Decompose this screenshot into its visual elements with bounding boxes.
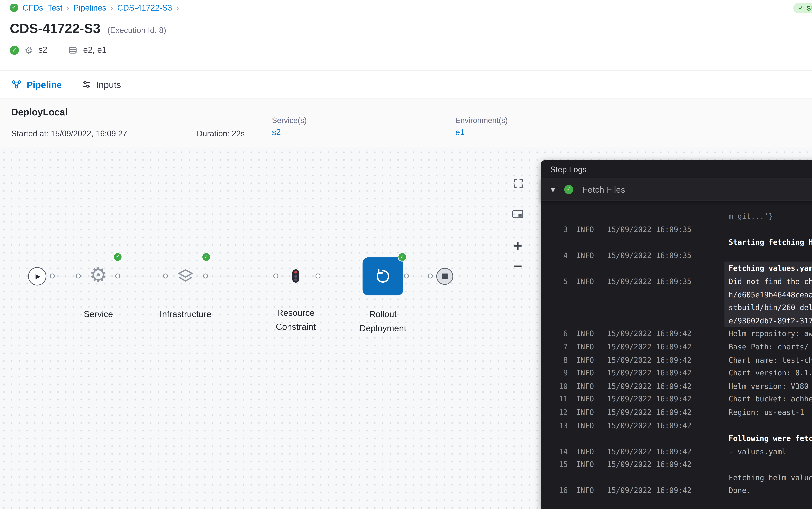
canvas-zoom-in-button[interactable]: + [511,238,525,252]
log-line[interactable]: 9 INFO 15/09/2022 16:09:42 Chart version… [551,367,812,379]
graph-edge [301,276,363,277]
tab-bar: Pipeline Inputs Console View [0,70,812,99]
service-names: s2 [38,45,47,55]
graph-port [203,273,208,278]
breadcrumb-separator: › [110,4,113,12]
breadcrumb-bar: ✓ CFDs_Test › Pipelines › CDS-41722-S3 ›… [0,0,812,15]
tab-inputs[interactable]: Inputs [81,79,121,90]
log-line[interactable]: 16 INFO 15/09/2022 16:09:42 Done. [551,484,812,497]
log-level: INFO [576,367,600,379]
log-line[interactable]: 4 INFO 15/09/2022 16:09:35 [551,249,812,262]
graph-port [163,273,168,278]
log-line-number: 6 [551,327,568,340]
log-timestamp: 15/09/2022 16:09:42 [607,393,693,406]
log-message: Fetching helm values completed successfu… [725,471,812,484]
log-level: INFO [576,249,600,262]
log-line-number: 16 [551,484,568,497]
rollout-deployment-step-node[interactable] [363,258,403,296]
title-bar: CDS-41722-S3 (Execution Id: 8) ✓ ⚙ s2 e2… [0,15,812,70]
log-line[interactable]: 13 INFO 15/09/2022 16:09:42 [551,419,812,432]
log-line[interactable]: Starting fetching Helm values [551,236,812,249]
log-line[interactable]: 14 INFO 15/09/2022 16:09:42 - values.yam… [551,445,812,458]
step-logs-header: Step Logs Console View [541,160,812,178]
log-timestamp: 15/09/2022 16:09:42 [607,419,693,432]
log-line[interactable]: 6 INFO 15/09/2022 16:09:42 Helm reposito… [551,327,812,340]
log-message: Helm repository: aws-qa-setup-modified [725,327,812,340]
log-line-number: 9 [551,367,568,379]
chevron-down-icon[interactable]: ▾ [551,184,555,195]
log-timestamp: 15/09/2022 16:09:42 [607,379,693,393]
service-icon: ⚙ [25,45,33,55]
log-message: Region: us-east-1 [725,406,812,419]
log-line[interactable]: Fetching helm values completed successfu… [551,471,812,484]
canvas-minimap-button[interactable] [511,207,525,221]
log-line[interactable]: 15 INFO 15/09/2022 16:09:42 [551,458,812,471]
infrastructure-success-badge: ✓ [202,252,211,262]
stage-summary-bar: DeployLocal Started at: 15/09/2022, 16:0… [0,99,812,148]
log-line[interactable]: 11 INFO 15/09/2022 16:09:42 Chart bucket… [551,393,812,406]
service-step-node[interactable]: ⚙ [88,264,109,285]
log-timestamp: 15/09/2022 16:09:42 [607,458,693,471]
step-row-fetch-files[interactable]: ▾ ✓ Fetch Files ↑ ↓ 9s [541,179,812,201]
node-label-infrastructure: Infrastructure [150,307,221,321]
resource-constraint-step-node[interactable] [292,269,299,283]
environments-icon [68,45,77,55]
log-line[interactable]: 10 INFO 15/09/2022 16:09:42 Helm version… [551,379,812,393]
log-line[interactable]: Fetching values.yaml from helm chart rep… [551,262,812,275]
log-line[interactable]: m git...'} [551,209,812,223]
rollout-icon [374,268,392,285]
log-line-number: 4 [551,249,568,262]
log-line[interactable]: 3 INFO 15/09/2022 16:09:35 [551,223,812,236]
pipeline-end-node[interactable] [436,268,453,285]
environments-link[interactable]: e1 [455,127,639,137]
node-label-rollout-deployment: Rollout Deployment [354,307,412,335]
log-line[interactable]: 5 INFO 15/09/2022 16:09:35 Did not find … [551,275,812,327]
log-line-number: 7 [551,340,568,353]
log-timestamp: 15/09/2022 16:09:42 [607,484,693,497]
log-line[interactable]: 8 INFO 15/09/2022 16:09:42 Chart name: t… [551,353,812,366]
graph-port [316,273,321,278]
log-line-number: 13 [551,419,568,432]
log-message: m git...'} [725,209,812,223]
log-level: INFO [576,419,600,432]
breadcrumb-project[interactable]: CFDs_Test [23,4,62,12]
node-label-resource-constraint: Resource Constraint [269,306,323,334]
log-message: Helm version: V380 [725,379,812,393]
node-label-service: Service [70,307,126,321]
graph-port [50,273,55,278]
success-icon: ✓ [10,4,19,12]
app: ✓ CFDs_Test › Pipelines › CDS-41722-S3 ›… [0,0,812,509]
log-timestamp: 15/09/2022 16:09:35 [607,249,693,262]
log-line-number: 11 [551,393,568,406]
infrastructure-step-node[interactable] [176,267,194,285]
log-message: Did not find the chart and version in lo… [725,275,812,327]
log-level: INFO [576,275,600,288]
log-message: Chart bucket: achhelmbucket [725,393,812,406]
tab-pipeline[interactable]: Pipeline [11,79,62,90]
step-name: Fetch Files [583,184,625,195]
log-line-number: 14 [551,445,568,458]
log-level: INFO [576,406,600,419]
log-line-number: 10 [551,379,568,393]
log-level: INFO [576,223,600,236]
log-level: INFO [576,393,600,406]
canvas-fullscreen-button[interactable] [511,176,525,190]
log-message: Base Path: charts/ [725,340,812,353]
log-line-number: 3 [551,223,568,236]
log-line[interactable]: 12 INFO 15/09/2022 16:09:42 Region: us-e… [551,406,812,419]
log-lines: m git...'} 3 INFO 15/09/2022 16:09:35 [541,201,812,509]
log-line[interactable]: Following were fetched successfully : [551,432,812,445]
log-line[interactable]: 7 INFO 15/09/2022 16:09:42 Base Path: ch… [551,340,812,353]
log-line-number: 15 [551,458,568,471]
canvas-zoom-out-button[interactable]: − [511,259,525,273]
graph-port [273,273,278,278]
check-icon: ✓ [799,5,804,11]
breadcrumb-pipeline[interactable]: CDS-41722-S3 [117,4,172,12]
breadcrumb-pipelines[interactable]: Pipelines [73,4,106,12]
step-logs-panel: Step Logs Console View [541,160,812,509]
log-line-number: 8 [551,353,568,366]
infrastructure-icon [176,267,194,285]
graph-port [115,273,120,278]
pipeline-start-node[interactable]: ▶ [28,267,46,285]
services-link[interactable]: s2 [272,127,455,137]
